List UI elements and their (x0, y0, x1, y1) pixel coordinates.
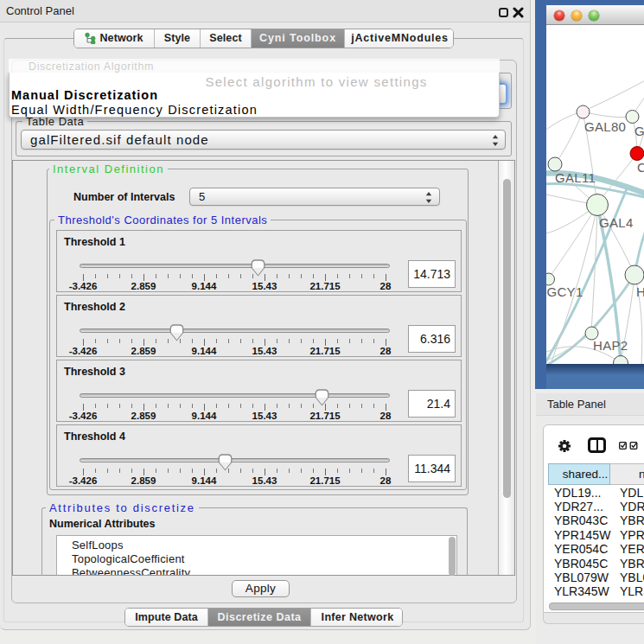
svg-text:GAL80: GAL80 (584, 119, 626, 134)
svg-text:HAP2: HAP2 (593, 338, 628, 353)
svg-text:G: G (634, 124, 644, 138)
svg-text:GAL11: GAL11 (555, 170, 596, 185)
svg-text:H: H (636, 284, 644, 299)
svg-text:C: C (637, 160, 644, 175)
svg-text:GAL4: GAL4 (599, 215, 634, 230)
svg-text:GCY1: GCY1 (547, 284, 583, 299)
